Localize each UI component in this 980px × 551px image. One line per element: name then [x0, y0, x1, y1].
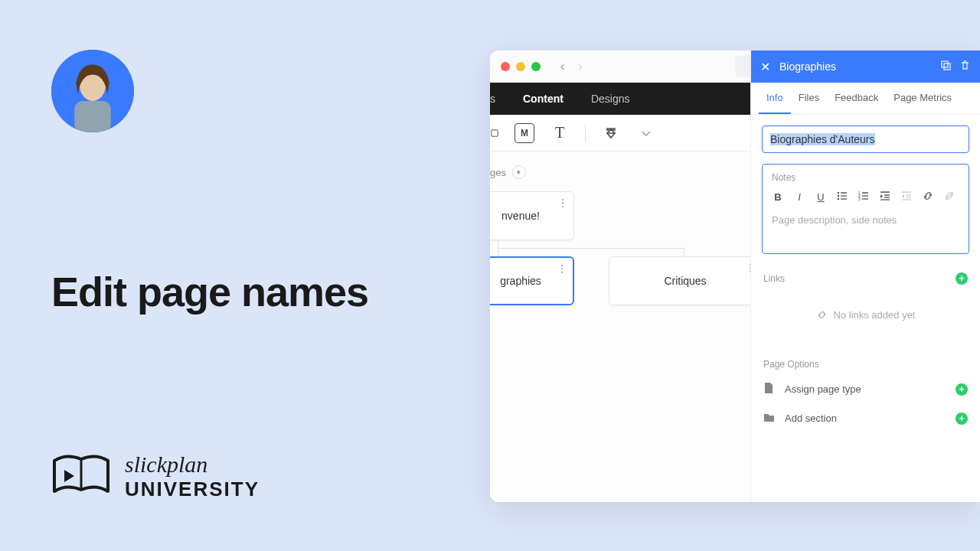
svg-rect-3: [492, 129, 498, 135]
sitemap-node-critiques[interactable]: ⋮ Critiques: [609, 256, 762, 305]
add-link-button[interactable]: +: [956, 272, 968, 285]
node-menu-icon[interactable]: ⋮: [557, 262, 567, 275]
node-menu-icon[interactable]: ⋮: [557, 197, 567, 209]
tab-info[interactable]: Info: [759, 83, 791, 114]
page-icon: [763, 382, 776, 396]
app-tab-content[interactable]: Content: [509, 83, 577, 115]
pages-label: ges: [490, 167, 506, 178]
notes-label: Notes: [763, 165, 969, 186]
underline-icon[interactable]: U: [815, 191, 827, 203]
notes-placeholder[interactable]: Page description, side notes: [763, 208, 969, 253]
connector: [498, 240, 498, 248]
sitemap-node-root[interactable]: ⋮ nvenue!: [490, 191, 574, 240]
links-empty-state: No links added yet: [762, 289, 969, 341]
page-options-label: Page Options: [763, 359, 819, 370]
nav-back-icon[interactable]: ‹: [560, 60, 564, 73]
text-tool-icon[interactable]: T: [550, 123, 570, 143]
links-section-label: Links: [763, 273, 785, 284]
outdent-icon[interactable]: [900, 191, 913, 204]
numbered-list-icon[interactable]: 123: [858, 191, 870, 204]
tab-page-metrics[interactable]: Page Metrics: [886, 83, 959, 114]
delete-icon[interactable]: [959, 60, 971, 73]
svg-rect-5: [942, 61, 948, 67]
minimize-window-icon[interactable]: [516, 62, 525, 71]
link-icon: [816, 309, 828, 321]
bullet-list-icon[interactable]: [836, 191, 848, 204]
panel-header: ✕ Biographies: [751, 51, 980, 83]
toolbar-separator: [585, 125, 586, 142]
browser-window: ‹ › 🔒 slickplan.com s Content Designs M …: [490, 51, 980, 502]
svg-point-11: [838, 198, 839, 200]
add-section-button[interactable]: +: [956, 412, 968, 425]
medium-size-icon[interactable]: M: [514, 123, 534, 143]
app-tab-partial[interactable]: s: [490, 83, 509, 115]
tab-files[interactable]: Files: [791, 83, 827, 114]
notes-toolbar: B I U 123: [763, 186, 969, 208]
connector: [498, 248, 684, 249]
svg-point-9: [838, 195, 839, 197]
app-tab-designs[interactable]: Designs: [577, 83, 644, 115]
unlink-icon[interactable]: [943, 191, 956, 204]
svg-point-7: [838, 192, 839, 194]
svg-rect-2: [74, 101, 111, 132]
add-section-row[interactable]: Add section +: [762, 404, 969, 432]
add-page-type-button[interactable]: +: [956, 383, 968, 396]
brand-subtitle: UNIVERSITY: [125, 479, 260, 499]
bold-icon[interactable]: B: [772, 191, 784, 203]
notes-editor[interactable]: Notes B I U 123: [762, 164, 969, 254]
svg-rect-6: [944, 64, 950, 70]
maximize-window-icon[interactable]: [531, 62, 541, 71]
connector: [684, 248, 684, 256]
folder-icon: [763, 412, 776, 425]
collapse-up-icon[interactable]: [601, 123, 621, 143]
nav-forward-icon[interactable]: ›: [578, 60, 582, 73]
presenter-avatar: [51, 50, 134, 132]
panel-tabs: Info Files Feedback Page Metrics: [751, 83, 980, 115]
assign-page-type-row[interactable]: Assign page type +: [762, 374, 969, 404]
connector: [498, 248, 498, 256]
link-icon[interactable]: [922, 191, 934, 204]
tool-icon[interactable]: [490, 123, 499, 143]
expand-down-icon[interactable]: [636, 123, 656, 143]
page-name-input[interactable]: Biographies d'Auteurs: [762, 126, 969, 153]
slide-headline: Edit page names: [51, 268, 368, 315]
duplicate-icon[interactable]: [940, 60, 952, 73]
close-window-icon[interactable]: [501, 62, 510, 71]
node-label: Critiques: [664, 275, 706, 287]
italic-icon[interactable]: I: [793, 191, 805, 203]
page-detail-panel: ✕ Biographies Info Files Feedback Page M…: [750, 51, 980, 502]
book-play-icon: [51, 453, 111, 499]
close-panel-icon[interactable]: ✕: [760, 60, 770, 74]
tab-feedback[interactable]: Feedback: [827, 83, 886, 114]
brand-logo: slickplan UNIVERSITY: [51, 453, 260, 499]
page-name-value: Biographies d'Auteurs: [770, 133, 875, 145]
node-label: graphies: [500, 275, 541, 287]
panel-title: Biographies: [779, 60, 933, 73]
node-label: nvenue!: [501, 210, 540, 222]
pages-dropdown-icon[interactable]: ▾: [512, 165, 526, 179]
sitemap-node-biographies[interactable]: ⋮ graphies: [490, 256, 574, 305]
svg-text:3: 3: [858, 197, 861, 201]
brand-name: slickplan: [125, 453, 260, 476]
indent-icon[interactable]: [879, 191, 891, 204]
window-controls[interactable]: [501, 62, 541, 71]
